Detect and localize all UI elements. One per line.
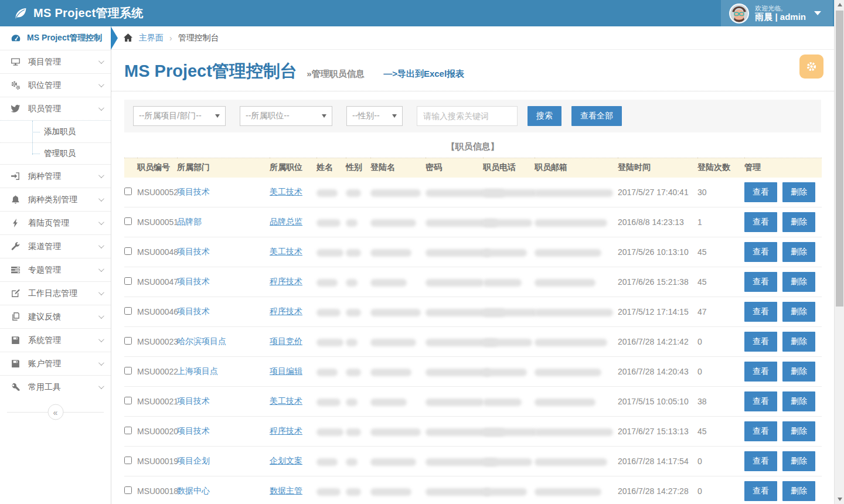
department-link[interactable]: 项目技术 bbox=[177, 396, 210, 406]
delete-button[interactable]: 删除 bbox=[782, 421, 815, 441]
position-link[interactable]: 数据主管 bbox=[270, 486, 302, 495]
delete-button[interactable]: 删除 bbox=[782, 302, 815, 322]
delete-button[interactable]: 删除 bbox=[782, 362, 815, 382]
position-link[interactable]: 美工技术 bbox=[270, 187, 302, 196]
search-button[interactable]: 搜索 bbox=[528, 106, 561, 126]
department-filter-select[interactable]: --所属项目/部门-- bbox=[133, 106, 226, 126]
position-link[interactable]: 程序技术 bbox=[270, 277, 302, 286]
user-menu[interactable]: 欢迎光临, 雨晨 | admin bbox=[721, 0, 833, 26]
department-link[interactable]: 项目技术 bbox=[177, 307, 210, 316]
row-checkbox[interactable] bbox=[124, 217, 132, 225]
row-checkbox[interactable] bbox=[124, 397, 132, 404]
scroll-up-arrow-icon[interactable] bbox=[835, 0, 844, 9]
position-link[interactable]: 美工技术 bbox=[270, 396, 302, 406]
department-link[interactable]: 项目企划 bbox=[177, 456, 210, 465]
view-button[interactable]: 查看 bbox=[744, 272, 777, 292]
view-all-button[interactable]: 查看全部 bbox=[571, 106, 622, 126]
department-link[interactable]: 项目技术 bbox=[177, 247, 210, 256]
sidebar-item[interactable]: 病种管理 bbox=[0, 164, 111, 188]
row-checkbox[interactable] bbox=[124, 188, 132, 195]
view-button[interactable]: 查看 bbox=[744, 212, 777, 232]
delete-button[interactable]: 删除 bbox=[782, 481, 815, 501]
position-link[interactable]: 美工技术 bbox=[270, 247, 302, 256]
sidebar-item[interactable]: 系统管理 bbox=[0, 328, 111, 352]
row-checkbox[interactable] bbox=[124, 457, 132, 464]
row-checkbox[interactable] bbox=[124, 367, 132, 374]
breadcrumb-home-link[interactable]: 主界面 bbox=[139, 33, 164, 43]
delete-button[interactable]: 删除 bbox=[782, 451, 815, 471]
row-checkbox[interactable] bbox=[124, 307, 132, 315]
redacted-login-name bbox=[370, 189, 421, 197]
position-link[interactable]: 项目编辑 bbox=[270, 366, 302, 376]
department-link[interactable]: 上海项目点 bbox=[177, 366, 218, 376]
caret-down-icon bbox=[215, 114, 220, 118]
delete-button[interactable]: 删除 bbox=[782, 272, 815, 292]
row-checkbox[interactable] bbox=[124, 427, 132, 434]
login-time: 2017/5/26 10:13:10 bbox=[618, 237, 697, 267]
settings-gear-button[interactable] bbox=[799, 55, 823, 79]
view-button[interactable]: 查看 bbox=[744, 451, 777, 471]
position-link[interactable]: 程序技术 bbox=[270, 426, 302, 435]
sidebar-item-label: 病种类别管理 bbox=[28, 195, 77, 205]
scrollbar-thumb[interactable] bbox=[836, 11, 843, 307]
department-link[interactable]: 项目技术 bbox=[177, 187, 210, 196]
position-link[interactable]: 项目竞价 bbox=[270, 336, 302, 346]
view-button[interactable]: 查看 bbox=[744, 302, 777, 322]
position-link[interactable]: 企划文案 bbox=[270, 456, 302, 465]
sidebar-item[interactable]: 病种类别管理 bbox=[0, 188, 111, 211]
department-link[interactable]: 项目技术 bbox=[177, 426, 210, 435]
home-icon[interactable] bbox=[123, 33, 139, 43]
redacted-login-name bbox=[370, 279, 407, 287]
view-button[interactable]: 查看 bbox=[744, 421, 777, 441]
sidebar-item[interactable]: 工作日志管理 bbox=[0, 281, 111, 305]
delete-button[interactable]: 删除 bbox=[782, 391, 815, 411]
sidebar-item-dashboard[interactable]: MS Project管理控制 bbox=[0, 26, 111, 50]
view-button[interactable]: 查看 bbox=[744, 362, 777, 382]
view-button[interactable]: 查看 bbox=[744, 481, 777, 501]
row-checkbox[interactable] bbox=[124, 277, 132, 285]
sidebar-item[interactable]: 常用工具 bbox=[0, 375, 111, 399]
sidebar-subitem[interactable]: 添加职员 bbox=[0, 121, 111, 142]
department-link[interactable]: 数据中心 bbox=[177, 486, 210, 495]
row-checkbox[interactable] bbox=[124, 247, 132, 255]
app-brand[interactable]: MS Project管理系统 bbox=[0, 5, 144, 21]
sidebar-item[interactable]: 渠道管理 bbox=[0, 234, 111, 258]
sidebar-item[interactable]: 账户管理 bbox=[0, 352, 111, 375]
sidebar-item[interactable]: 着陆页管理 bbox=[0, 211, 111, 234]
search-input[interactable] bbox=[417, 106, 518, 126]
sidebar-collapse-button[interactable]: « bbox=[47, 404, 63, 420]
row-checkbox[interactable] bbox=[124, 337, 132, 345]
export-excel-link[interactable]: —>导出到Excel报表 bbox=[383, 69, 464, 79]
department-link[interactable]: 哈尔滨项目点 bbox=[177, 336, 226, 346]
department-link[interactable]: 项目技术 bbox=[177, 277, 210, 286]
position-filter-select[interactable]: --所属职位-- bbox=[240, 106, 332, 126]
view-button[interactable]: 查看 bbox=[744, 242, 777, 262]
row-checkbox[interactable] bbox=[124, 486, 132, 494]
delete-button[interactable]: 删除 bbox=[782, 182, 815, 202]
view-button[interactable]: 查看 bbox=[744, 391, 777, 411]
redacted-email bbox=[535, 399, 595, 406]
sidebar-item[interactable]: 项目管理 bbox=[0, 50, 111, 73]
sidebar-item[interactable]: 职位管理 bbox=[0, 73, 111, 97]
redacted-phone bbox=[483, 219, 532, 227]
scroll-down-arrow-icon[interactable] bbox=[835, 495, 844, 504]
view-button[interactable]: 查看 bbox=[744, 182, 777, 202]
redacted-name bbox=[316, 399, 341, 406]
sidebar-item[interactable]: 专题管理 bbox=[0, 258, 111, 281]
sidebar-item[interactable]: 建议反馈 bbox=[0, 305, 111, 328]
department-link[interactable]: 品牌部 bbox=[177, 217, 202, 226]
user-name: 雨晨 | admin bbox=[755, 12, 806, 22]
login-time: 2017/5/27 17:40:41 bbox=[618, 178, 697, 207]
position-link[interactable]: 程序技术 bbox=[270, 307, 302, 316]
sidebar-subitem[interactable]: 管理职员 bbox=[0, 142, 111, 164]
view-button[interactable]: 查看 bbox=[744, 332, 777, 352]
delete-button[interactable]: 删除 bbox=[782, 332, 815, 352]
delete-button[interactable]: 删除 bbox=[782, 242, 815, 262]
position-link[interactable]: 品牌总监 bbox=[270, 217, 302, 226]
vertical-scrollbar[interactable] bbox=[834, 0, 844, 504]
gender-filter-select[interactable]: --性别-- bbox=[346, 106, 403, 126]
delete-button[interactable]: 删除 bbox=[782, 212, 815, 232]
sidebar-item[interactable]: 职员管理 bbox=[0, 97, 111, 120]
login-time: 2016/7/28 14:27:28 bbox=[618, 476, 697, 504]
login-count: 45 bbox=[697, 267, 744, 297]
